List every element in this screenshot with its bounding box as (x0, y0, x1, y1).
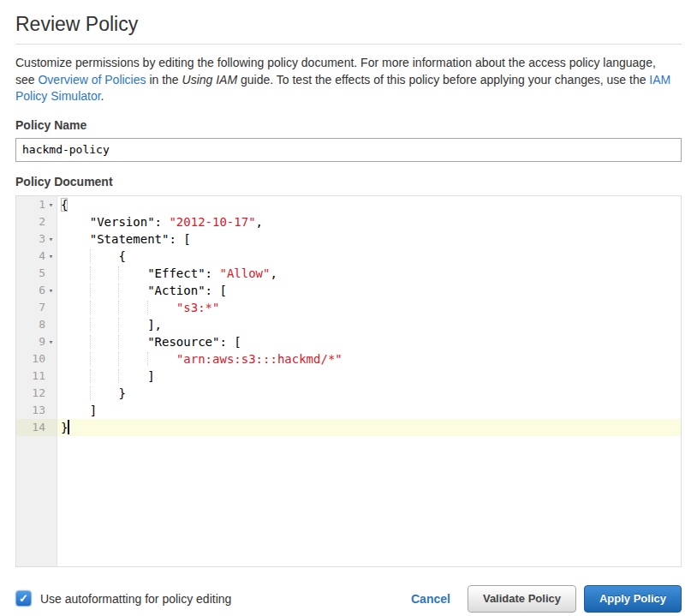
page-title: Review Policy (15, 12, 682, 36)
code-line[interactable]: } (57, 419, 681, 436)
code-line[interactable]: "Statement": [ (61, 230, 681, 248)
code-line[interactable]: "arn:aws:s3:::hackmd/*" (61, 350, 681, 368)
editor-gutter: 1▾23▾4▾56▾789▾1011121314 (16, 196, 57, 566)
policy-name-input[interactable] (15, 138, 682, 162)
policy-document-editor[interactable]: 1▾23▾4▾56▾789▾1011121314 { "Version": "2… (15, 195, 682, 567)
autoformat-label: Use autoformatting for policy editing (40, 592, 231, 606)
gutter-line-number: 14 (16, 419, 57, 436)
code-line[interactable]: { (61, 196, 681, 213)
code-line[interactable]: ] (61, 402, 681, 419)
gutter-line-number: 2 (16, 213, 57, 230)
gutter-line-number: 5 (16, 265, 57, 282)
fold-arrow-icon[interactable]: ▾ (45, 196, 57, 213)
description-text-4: . (101, 89, 104, 103)
footer-bar: ✓ Use autoformatting for policy editing … (15, 585, 682, 613)
policy-name-label: Policy Name (15, 118, 682, 133)
review-policy-page: Review Policy Customize permissions by e… (0, 0, 697, 616)
page-header: Review Policy (15, 12, 682, 45)
guide-name: Using IAM (182, 73, 238, 87)
gutter-line-number: 13 (16, 402, 57, 419)
description-text-2: in the (146, 73, 182, 87)
action-buttons: Cancel Validate Policy Apply Policy (411, 585, 682, 613)
gutter-line-number: 8 (16, 316, 57, 333)
policy-document-label: Policy Document (15, 175, 682, 189)
gutter-line-number: 7 (16, 299, 57, 316)
code-line[interactable]: "Action": [ (61, 282, 681, 299)
fold-arrow-icon[interactable]: ▾ (45, 248, 57, 265)
apply-policy-button[interactable]: Apply Policy (584, 585, 682, 613)
autoformat-option[interactable]: ✓ Use autoformatting for policy editing (15, 590, 231, 607)
fold-arrow-icon[interactable]: ▾ (45, 333, 57, 350)
code-line[interactable]: "Version": "2012-10-17", (61, 213, 681, 230)
code-line[interactable]: ] (61, 368, 681, 385)
editor-code[interactable]: { "Version": "2012-10-17", "Statement": … (57, 196, 681, 566)
code-line[interactable]: } (61, 385, 681, 402)
text-cursor (68, 420, 69, 434)
cancel-link[interactable]: Cancel (411, 592, 450, 606)
code-line[interactable]: "Effect": "Allow", (61, 265, 681, 282)
gutter-line-number: 12 (16, 385, 57, 402)
gutter-line-number: 3▾ (16, 230, 57, 248)
gutter-line-number: 9▾ (16, 333, 57, 350)
gutter-line-number: 11 (16, 368, 57, 385)
description-text-3: guide. To test the effects of this polic… (237, 73, 649, 87)
gutter-line-number: 10 (16, 350, 57, 368)
fold-arrow-icon[interactable]: ▾ (45, 282, 57, 299)
code-line[interactable]: "Resource": [ (61, 333, 681, 350)
gutter-line-number: 6▾ (16, 282, 57, 299)
autoformat-checkbox[interactable]: ✓ (15, 590, 32, 607)
code-line[interactable]: "s3:*" (61, 299, 681, 316)
fold-arrow-icon[interactable]: ▾ (45, 230, 57, 248)
validate-policy-button[interactable]: Validate Policy (468, 585, 576, 613)
overview-of-policies-link[interactable]: Overview of Policies (38, 73, 146, 87)
code-line[interactable]: { (61, 248, 681, 265)
code-line[interactable]: ], (61, 316, 681, 333)
gutter-line-number: 1▾ (16, 196, 57, 213)
description-paragraph: Customize permissions by editing the fol… (15, 55, 675, 105)
gutter-line-number: 4▾ (16, 248, 57, 265)
